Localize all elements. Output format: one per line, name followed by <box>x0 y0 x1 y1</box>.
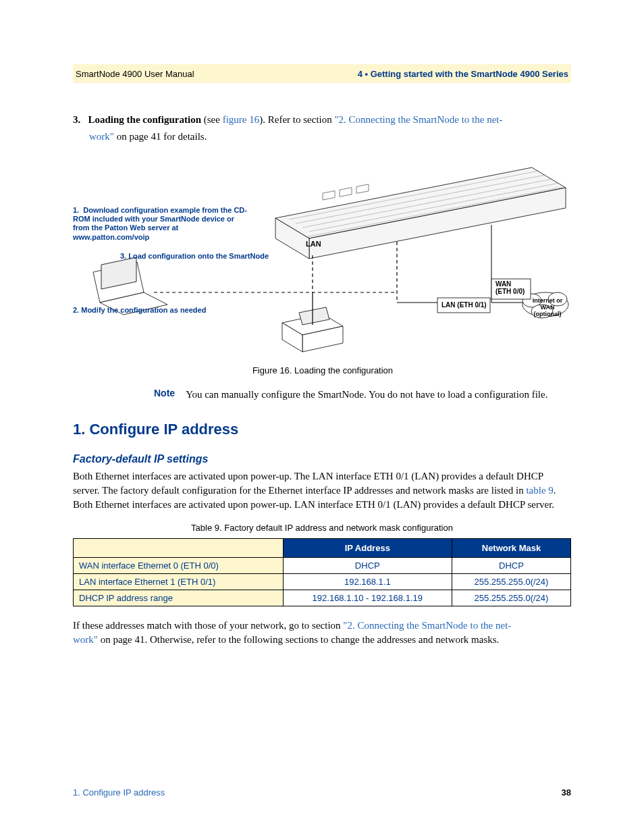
section-heading-configure-ip: 1. Configure IP address <box>73 421 571 438</box>
header-chapter-title: 4 • Getting started with the SmartNode 4… <box>358 69 568 79</box>
svg-rect-8 <box>323 191 335 200</box>
table-row-label: WAN interface Ethernet 0 (ETH 0/0) <box>74 558 284 574</box>
table-row: DHCP IP address range 192.168.1.10 - 192… <box>74 590 571 606</box>
step-text-1: (see <box>201 114 223 125</box>
page: SmartNode 4900 User Manual 4 • Getting s… <box>0 0 644 834</box>
subsection-heading-factory-default: Factory-default IP settings <box>73 453 571 465</box>
step-text-2: ). Refer to section <box>259 114 334 125</box>
footer-section-link[interactable]: 1. Configure IP address <box>73 787 165 798</box>
figure-16-link[interactable]: figure 16 <box>223 114 260 125</box>
figure-label-load: 3. Load configuration onto the SmartNode <box>120 252 269 261</box>
figure-label-lan: LAN <box>306 240 321 249</box>
table-row-label: DHCP IP address range <box>74 590 284 606</box>
note-text: You can manually configure the SmartNode… <box>186 388 547 402</box>
page-footer: 1. Configure IP address 38 <box>73 787 571 798</box>
figure-label-internet: Internet or WAN (optional) <box>527 298 568 318</box>
figure-16-illustration: 1. Download configuration example from t… <box>73 157 572 360</box>
step-title: Loading the configuration <box>88 114 202 125</box>
running-header: SmartNode 4900 User Manual 4 • Getting s… <box>73 64 571 83</box>
table-corner-cell <box>74 539 284 558</box>
figure-16: 1. Download configuration example from t… <box>73 157 572 375</box>
table-row-label: LAN interface Ethernet 1 (ETH 0/1) <box>74 574 284 590</box>
table-cell-ip: 192.168.1.1 <box>283 574 452 590</box>
step-3-cont: work" on page 41 for details. <box>73 130 571 144</box>
figure-label-wan: WAN (ETH 0/0) <box>495 280 525 295</box>
paragraph-addresses-match: If these addresses match with those of y… <box>73 619 571 647</box>
table-row: LAN interface Ethernet 1 (ETH 0/1) 192.1… <box>74 574 571 590</box>
header-manual-title: SmartNode 4900 User Manual <box>76 69 194 79</box>
table-cell-ip: 192.168.1.10 - 192.168.1.19 <box>283 590 452 606</box>
table-cell-mask: 255.255.255.0(/24) <box>452 590 570 606</box>
step-cont-tail: on page 41 for details. <box>114 131 207 142</box>
note-label: Note <box>154 388 175 402</box>
paragraph-factory-default: Both Ethernet interfaces are activated u… <box>73 469 571 512</box>
ip-config-table: IP Address Network Mask WAN interface Et… <box>73 538 571 606</box>
table-9-link[interactable]: table 9 <box>526 485 553 496</box>
note-block: Note You can manually configure the Smar… <box>73 388 571 402</box>
figure-label-lan-eth: LAN (ETH 0/1) <box>441 301 487 309</box>
step-number: 3. <box>73 114 80 125</box>
page-number: 38 <box>562 787 571 798</box>
table-cell-mask: DHCP <box>452 558 570 574</box>
table-row: WAN interface Ethernet 0 (ETH 0/0) DHCP … <box>74 558 571 574</box>
figure-label-modify: 2. Modify the configuration as needed <box>73 306 206 315</box>
table-header-mask: Network Mask <box>452 539 570 558</box>
table-header-ip: IP Address <box>283 539 452 558</box>
table-cell-mask: 255.255.255.0(/24) <box>452 574 570 590</box>
svg-rect-9 <box>340 188 352 197</box>
section-2-link-b-part2[interactable]: work" <box>73 634 98 645</box>
table-9-caption: Table 9. Factory default IP address and … <box>73 523 571 533</box>
figure-label-download: 1. Download configuration example from t… <box>73 206 248 242</box>
table-cell-ip: DHCP <box>283 558 452 574</box>
section-2-link-b-part1[interactable]: "2. Connecting the SmartNode to the net- <box>343 620 511 631</box>
section-2-link-part1[interactable]: "2. Connecting the SmartNode to the net- <box>334 114 502 125</box>
svg-rect-10 <box>356 184 369 193</box>
section-2-link-part2[interactable]: work" <box>89 131 114 142</box>
step-3-line: 3. Loading the configuration (see figure… <box>73 113 571 127</box>
figure-16-caption: Figure 16. Loading the configuration <box>73 365 572 375</box>
